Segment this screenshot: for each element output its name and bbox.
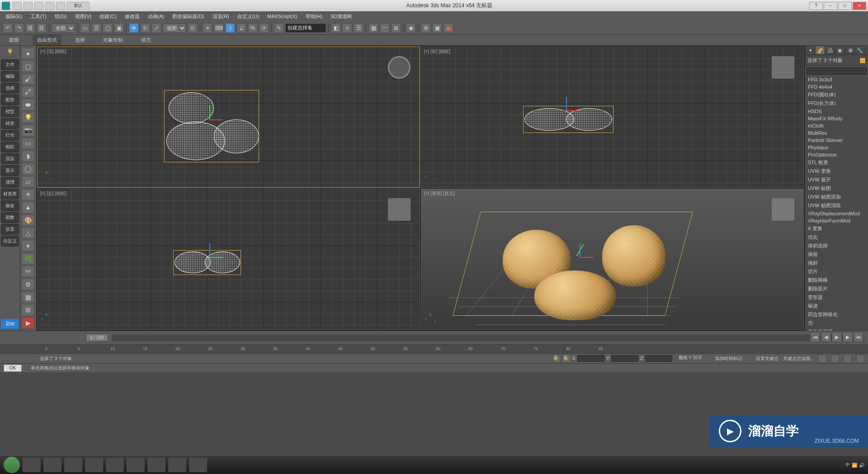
maximize-button[interactable]: □ [838,2,852,10]
tab-populate[interactable]: 填充 [137,35,156,45]
spinner-snap-icon[interactable]: ⟳ [259,23,269,33]
select-rect-icon[interactable]: ▢ [103,23,113,33]
menu-group[interactable]: 组(G) [51,12,71,21]
modifier-item[interactable]: UVW 贴图 [805,184,868,193]
modifier-item[interactable]: 优化 [805,233,868,242]
window-crossing-icon[interactable]: ▣ [114,23,124,33]
unlink-icon[interactable]: ⛓ [37,23,47,33]
qat-open-icon[interactable] [24,2,33,10]
taskbar-app-8[interactable] [168,458,186,472]
menu-tools[interactable]: 工具(T) [27,12,50,21]
snap-toggle-icon[interactable]: 3 [225,23,235,33]
prev-frame-icon[interactable]: ◀ [821,332,831,342]
modifier-item[interactable]: 噪波 [805,302,868,310]
sidebar-modify[interactable]: 修改 [1,200,19,211]
gear-tool-icon[interactable]: ⚙ [22,279,34,289]
grid-tool-icon[interactable]: ▦ [22,292,34,302]
viewport-perspective-label[interactable]: [+] [透视] [真实] [424,190,455,197]
palette-icon[interactable]: 🎨 [22,215,34,225]
x-input[interactable] [577,355,604,362]
frame-indicator[interactable]: 0 / 100 [86,334,108,341]
taskbar-app-9[interactable] [189,458,207,472]
tab-selection[interactable]: 选择 [71,35,90,45]
workspace-dropdown[interactable]: 默认 [67,2,90,10]
modifier-item[interactable]: UVW 变换 [805,167,868,175]
sidebar-clean[interactable]: 清理 [1,177,19,188]
manipulate-icon[interactable]: ☀ [203,23,212,33]
nav-btn-4[interactable] [856,355,864,363]
qat-new-icon[interactable] [13,2,22,10]
tablet-icon[interactable]: ▭ [22,138,34,148]
viewport-front-label[interactable]: [+] [前] [线框] [424,48,450,55]
modifier-item[interactable]: X 变换 [805,224,868,233]
modifier-item[interactable]: 删除网格 [805,276,868,284]
start-menu-icon[interactable] [4,457,20,473]
percent-snap-icon[interactable]: % [248,23,258,33]
nav-btn-3[interactable] [844,355,852,363]
object-color-swatch[interactable] [859,57,866,64]
plane-icon[interactable]: ▱ [22,177,34,187]
sun-icon[interactable]: ☀ [22,190,34,199]
play-icon[interactable]: ▶ [22,318,34,328]
nav-btn-1[interactable] [818,355,826,363]
sidebar-function[interactable]: 函数 [1,212,19,223]
modifier-item[interactable]: STL 检查 [805,158,868,167]
modifier-item[interactable]: FFD(圆柱体) [805,90,868,99]
viewport-top[interactable]: [+] [顶] [线框] xy [37,47,420,188]
modify-tab-icon[interactable]: 🌈 [815,46,825,55]
modifier-item[interactable]: Particle Skinner [805,137,868,144]
viewcube-top[interactable] [388,56,410,79]
hierarchy-tab-icon[interactable]: 品 [825,46,835,55]
viewport-left[interactable]: [+] [左] [线框] yz [37,189,420,330]
sidebar-select[interactable]: 选择 [1,83,19,94]
display-tab-icon[interactable]: 🖥 [845,46,855,55]
modifier-item[interactable]: FFD 4x4x4 [805,83,868,90]
select-icon[interactable]: ▭ [80,23,90,33]
add-time-tag[interactable]: 添加时间标记 [715,356,742,362]
z-input[interactable] [645,355,672,362]
graphite-icon[interactable]: ▦ [368,23,378,33]
keypoint-filter[interactable]: 关键点过滤器... [783,356,814,362]
link-icon[interactable]: ⛓ [25,23,35,33]
tab-modeling[interactable]: 建模 [5,35,24,45]
sidebar-settings[interactable]: 设置 [1,224,19,235]
sidebar-custom[interactable]: 自定义 [1,236,19,246]
menu-maxscript[interactable]: MAXScript(X) [264,13,301,20]
curve-editor-icon[interactable]: 〰 [380,23,390,33]
y-input[interactable] [611,355,638,362]
menu-rendering[interactable]: 渲染(R) [209,12,233,21]
qat-redo-icon[interactable] [56,2,65,10]
sidebar-material[interactable]: 材质 [1,118,19,129]
select-move-icon[interactable]: ✥ [129,23,139,33]
angle-snap-icon[interactable]: ∠ [236,23,246,33]
taskbar-app-7[interactable] [147,458,165,472]
sidebar-light[interactable]: 灯光 [1,130,19,141]
reference-coord-dropdown[interactable]: 视图 [163,24,186,33]
modifier-item[interactable]: ProOptimizer [805,151,868,158]
named-selection-dropdown[interactable]: 创建选择集 [285,24,326,33]
sidebar-matlib[interactable]: 材质库 [1,189,19,199]
align-icon[interactable]: ≡ [342,23,352,33]
camera-tool-icon[interactable]: 📷 [22,125,34,135]
minimize-button[interactable]: − [824,2,837,10]
viewcube-left[interactable] [388,198,410,221]
render-icon[interactable]: 🫖 [443,23,453,33]
start-button[interactable]: 启动 [1,319,19,329]
modifier-item[interactable]: 保留 [805,250,868,259]
modifier-item[interactable]: 变形器 [805,293,868,302]
light-icon[interactable]: 💡 [22,113,34,123]
qat-save-icon[interactable] [34,2,43,10]
modifier-item[interactable]: mCloth [805,122,868,129]
foliage-icon[interactable]: 🌿 [22,254,34,264]
help-button[interactable]: ? [809,2,823,10]
viewport-front[interactable]: [+] [前] [线框] xz [421,47,804,188]
modifier-item[interactable]: VRayHairFarmMod [805,217,868,224]
taskbar-app-1[interactable] [23,458,41,472]
goto-start-icon[interactable]: ⏮ [810,332,820,342]
modifier-item[interactable]: MultiRes [805,129,868,137]
material-editor-icon[interactable]: ◉ [406,23,416,33]
utilities-tab-icon[interactable]: 🔧 [855,46,865,55]
torus-icon[interactable]: ◯ [22,164,34,174]
lock-icon[interactable]: 🔒 [552,355,561,363]
modifier-item[interactable]: 切片 [805,267,868,276]
